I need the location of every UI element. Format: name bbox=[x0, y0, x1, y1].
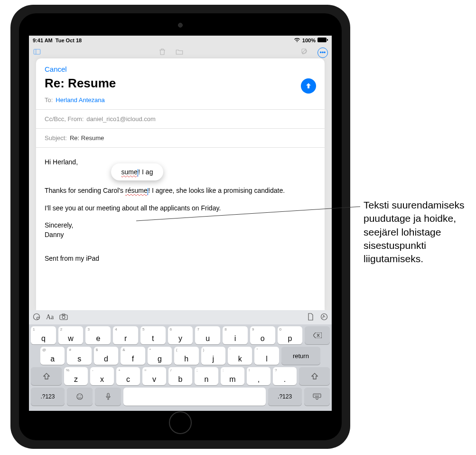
status-time: 9:41 AM bbox=[33, 38, 53, 43]
key-backspace[interactable] bbox=[305, 326, 330, 344]
ipad-inner: 9:41 AM Tue Oct 18 100% bbox=[19, 13, 342, 440]
ccbcc-field[interactable]: Cc/Bcc, From: daniel_rico1@icloud.com bbox=[36, 110, 325, 129]
key-shift-right[interactable] bbox=[299, 367, 330, 385]
key-emoji[interactable] bbox=[67, 388, 93, 406]
markup-icon[interactable] bbox=[320, 313, 328, 322]
front-camera bbox=[178, 23, 183, 28]
key-l[interactable]: "l bbox=[254, 347, 279, 365]
svg-rect-2 bbox=[34, 49, 40, 55]
to-label: To: bbox=[45, 96, 53, 104]
key-g[interactable]: *g bbox=[148, 347, 172, 365]
key-i[interactable]: 8i bbox=[223, 326, 248, 344]
key-.[interactable]: ?. bbox=[273, 367, 297, 385]
key-a[interactable]: @a bbox=[40, 347, 65, 365]
folder-icon[interactable] bbox=[175, 47, 184, 58]
key-num-left[interactable]: .?123 bbox=[31, 388, 65, 406]
status-bar: 9:41 AM Tue Oct 18 100% bbox=[29, 36, 332, 45]
compose-sheet: Cancel Re: Resume To: Herland Antezana C… bbox=[36, 58, 325, 310]
closing-1: Sincerely, bbox=[45, 221, 73, 229]
keyboard-row-3: %z-x+c=v/b;n:m!,?. bbox=[31, 367, 330, 385]
more-icon[interactable]: ••• bbox=[317, 47, 328, 58]
subject-value: Re: Resume bbox=[70, 134, 104, 142]
sidebar-icon[interactable] bbox=[33, 47, 41, 58]
subject-label: Subject: bbox=[45, 134, 67, 142]
key-return[interactable]: return bbox=[281, 347, 320, 365]
insertion-cursor bbox=[148, 188, 149, 195]
key-r[interactable]: 4r bbox=[113, 326, 138, 344]
key-space[interactable] bbox=[123, 388, 266, 406]
body-p2: I'll see you at our meeting about all th… bbox=[45, 203, 316, 213]
battery-percent: 100% bbox=[302, 38, 316, 43]
onscreen-keyboard: Aa 1q2w3e4r5t6y7u8i9o0p @a#s$d&f*g(h)j'k… bbox=[29, 310, 332, 411]
format-icon[interactable]: Aa bbox=[46, 313, 54, 321]
svg-point-12 bbox=[78, 396, 79, 397]
key-w[interactable]: 2w bbox=[58, 326, 84, 344]
key-d[interactable]: $d bbox=[94, 347, 118, 365]
arrow-up-icon bbox=[305, 82, 312, 90]
body-p1-before: Thanks for sending Carol's bbox=[45, 187, 125, 194]
key-k[interactable]: 'k bbox=[228, 347, 252, 365]
key-u[interactable]: 7u bbox=[195, 326, 220, 344]
key-s[interactable]: #s bbox=[67, 347, 91, 365]
key-,[interactable]: !, bbox=[247, 367, 271, 385]
key-b[interactable]: /b bbox=[168, 367, 192, 385]
body-closing: Sincerely, Danny bbox=[45, 220, 316, 240]
home-button[interactable] bbox=[169, 411, 192, 434]
loupe-cursor bbox=[138, 169, 139, 177]
key-q[interactable]: 1q bbox=[31, 326, 56, 344]
send-button[interactable] bbox=[301, 78, 316, 94]
to-value: Herland Antezana bbox=[56, 96, 104, 104]
body-p1: Thanks for sending Carol's résume! I agr… bbox=[45, 186, 316, 195]
key-x[interactable]: -x bbox=[90, 367, 114, 385]
keyboard-toolbar: Aa bbox=[29, 310, 332, 324]
key-shift-left[interactable] bbox=[31, 367, 62, 385]
closing-2: Danny bbox=[45, 231, 64, 238]
key-y[interactable]: 6y bbox=[168, 326, 193, 344]
key-t[interactable]: 5t bbox=[140, 326, 166, 344]
message-body[interactable]: Hi Herland, sume! I ag Thanks for sendin… bbox=[36, 148, 325, 310]
key-h[interactable]: (h bbox=[174, 347, 198, 365]
camera-icon[interactable] bbox=[59, 313, 68, 322]
body-signature: Sent from my iPad bbox=[45, 254, 316, 263]
wifi-icon bbox=[294, 38, 300, 43]
svg-point-6 bbox=[37, 317, 39, 319]
cancel-button[interactable]: Cancel bbox=[45, 65, 316, 73]
text-magnifier-loupe: sume! I ag bbox=[111, 163, 163, 180]
battery-icon bbox=[317, 38, 328, 43]
svg-rect-0 bbox=[317, 38, 327, 42]
loupe-text-after: ! I ag bbox=[138, 167, 153, 177]
to-field[interactable]: To: Herland Antezana bbox=[36, 91, 325, 110]
key-hide-keyboard[interactable] bbox=[304, 388, 330, 406]
svg-rect-14 bbox=[107, 393, 109, 397]
keyboard-row-1: 1q2w3e4r5t6y7u8i9o0p bbox=[31, 326, 330, 344]
key-m[interactable]: :m bbox=[221, 367, 244, 385]
key-n[interactable]: ;n bbox=[195, 367, 218, 385]
key-j[interactable]: )j bbox=[201, 347, 225, 365]
key-v[interactable]: =v bbox=[142, 367, 166, 385]
svg-point-13 bbox=[80, 396, 81, 397]
callout-text: Teksti suurendamiseks puudutage ja hoidk… bbox=[364, 199, 470, 266]
ipad-frame: 9:41 AM Tue Oct 18 100% bbox=[10, 5, 350, 449]
key-p[interactable]: 0p bbox=[278, 326, 303, 344]
loupe-text-before: sume bbox=[121, 167, 138, 177]
body-greeting: Hi Herland, bbox=[45, 157, 316, 167]
svg-rect-1 bbox=[327, 39, 328, 41]
trash-icon[interactable] bbox=[158, 47, 167, 58]
callout-leader-line bbox=[136, 221, 364, 222]
compose-icon[interactable] bbox=[300, 47, 309, 58]
key-dictate[interactable] bbox=[95, 388, 121, 406]
key-o[interactable]: 9o bbox=[250, 326, 275, 344]
subject-field[interactable]: Subject: Re: Resume bbox=[36, 129, 325, 148]
key-f[interactable]: &f bbox=[121, 347, 145, 365]
key-e[interactable]: 3e bbox=[85, 326, 111, 344]
key-z[interactable]: %z bbox=[64, 367, 88, 385]
key-c[interactable]: +c bbox=[116, 367, 140, 385]
svg-point-8 bbox=[62, 316, 65, 319]
svg-point-10 bbox=[321, 313, 327, 320]
keyboard-row-4: .?123.?123 bbox=[31, 388, 330, 406]
compose-title: Re: Resume bbox=[45, 76, 316, 91]
emoji-input-icon[interactable] bbox=[33, 313, 40, 322]
ccbcc-label: Cc/Bcc, From: bbox=[45, 115, 84, 123]
key-num-right[interactable]: .?123 bbox=[268, 388, 302, 406]
document-icon[interactable] bbox=[308, 313, 314, 322]
